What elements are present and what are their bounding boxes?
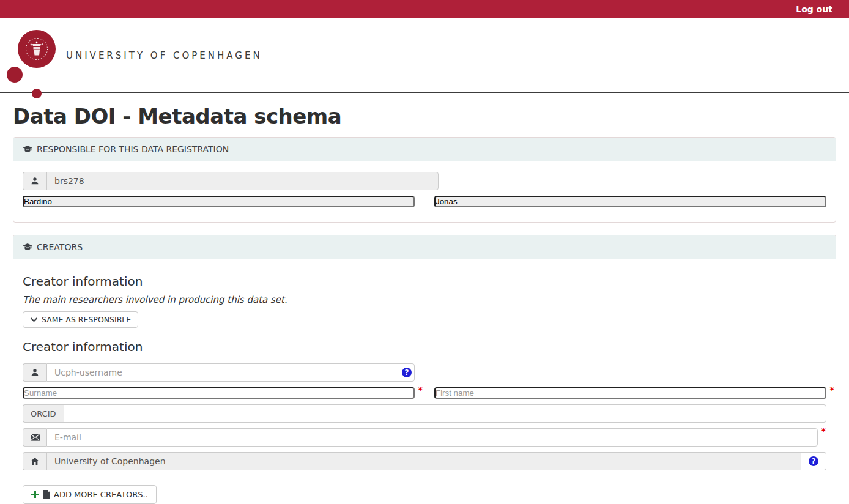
responsible-section-header: RESPONSIBLE FOR THIS DATA REGISTRATION bbox=[13, 138, 836, 161]
graduation-cap-icon bbox=[23, 243, 32, 251]
creator-firstname-input[interactable] bbox=[434, 387, 826, 399]
creator-info-heading: Creator information bbox=[23, 274, 826, 289]
required-asterisk: * bbox=[418, 385, 423, 396]
decorative-dot-large bbox=[7, 67, 23, 83]
responsible-section-body bbox=[13, 161, 836, 222]
university-seal-logo bbox=[18, 30, 56, 68]
creator-username-input[interactable] bbox=[46, 363, 415, 382]
question-help-icon[interactable]: ? bbox=[809, 456, 818, 466]
top-bar: Log out bbox=[0, 0, 849, 18]
affiliation-help-addon: ? bbox=[801, 452, 826, 470]
affiliation-input[interactable] bbox=[46, 452, 801, 470]
file-icon bbox=[43, 490, 50, 499]
creators-section-title: CREATORS bbox=[37, 242, 83, 252]
orcid-group: ORCID bbox=[23, 404, 826, 423]
responsible-section: RESPONSIBLE FOR THIS DATA REGISTRATION bbox=[13, 137, 836, 223]
responsible-surname-input[interactable] bbox=[23, 196, 415, 207]
envelope-icon bbox=[23, 428, 46, 447]
affiliation-group: ? bbox=[23, 452, 826, 470]
chevron-down-icon bbox=[30, 317, 38, 322]
orcid-label: ORCID bbox=[23, 404, 64, 423]
university-name: UNIVERSITY OF COPENHAGEN bbox=[66, 18, 262, 93]
same-as-responsible-label: SAME AS RESPONSIBLE bbox=[42, 315, 131, 324]
creator-username-group: ? bbox=[23, 363, 415, 382]
creators-section-body: Creator information The main researchers… bbox=[13, 259, 836, 504]
responsible-firstname-input[interactable] bbox=[434, 196, 826, 207]
creators-section: CREATORS Creator information The main re… bbox=[13, 235, 836, 504]
required-asterisk: * bbox=[821, 426, 826, 437]
firstname-field: * bbox=[434, 387, 826, 399]
plus-icon bbox=[31, 491, 39, 498]
user-icon bbox=[23, 363, 46, 382]
user-icon bbox=[23, 172, 46, 190]
creator-surname-input[interactable] bbox=[23, 387, 415, 399]
add-more-creators-button[interactable]: ADD MORE CREATORS.. bbox=[23, 485, 157, 504]
seal-crest-icon bbox=[23, 35, 51, 63]
add-more-creators-label: ADD MORE CREATORS.. bbox=[54, 490, 148, 499]
question-help-icon[interactable]: ? bbox=[402, 368, 412, 377]
creator-orcid-input[interactable] bbox=[64, 404, 826, 423]
site-header: UNIVERSITY OF COPENHAGEN bbox=[0, 18, 849, 93]
surname-field: * bbox=[23, 387, 415, 399]
creator-email-input[interactable] bbox=[46, 428, 818, 447]
decorative-dot-small bbox=[32, 89, 42, 98]
creators-section-header: CREATORS bbox=[13, 235, 836, 259]
responsible-username-input[interactable] bbox=[46, 172, 439, 190]
page-title: Data DOI - Metadata schema bbox=[13, 104, 836, 128]
page: Log out UNIVERSITY OF COPENHAGEN Data DO… bbox=[0, 0, 849, 504]
email-group: * bbox=[23, 428, 818, 447]
same-as-responsible-button[interactable]: SAME AS RESPONSIBLE bbox=[23, 311, 138, 328]
graduation-cap-icon bbox=[23, 145, 32, 154]
email-field: * bbox=[46, 428, 818, 447]
responsible-section-title: RESPONSIBLE FOR THIS DATA REGISTRATION bbox=[37, 144, 229, 154]
creator-info-description: The main researchers involved in produci… bbox=[23, 294, 826, 305]
creator-info-heading-2: Creator information bbox=[23, 339, 826, 354]
logout-link[interactable]: Log out bbox=[796, 4, 832, 14]
required-asterisk: * bbox=[829, 385, 834, 396]
responsible-username-group bbox=[23, 172, 439, 190]
home-icon bbox=[23, 452, 46, 470]
